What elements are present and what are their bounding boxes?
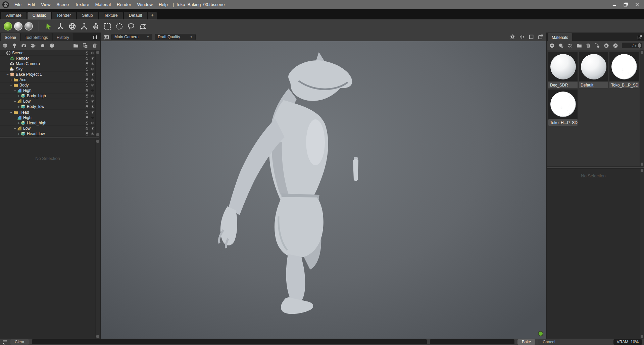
clear-button[interactable]: Clear (10, 339, 29, 345)
eye-visibility-icon[interactable] (90, 56, 95, 60)
lock-icon[interactable] (84, 105, 90, 109)
eye-visibility-icon[interactable] (90, 78, 95, 82)
expander-toggle[interactable]: − (13, 99, 17, 103)
material-properties-scrollbar[interactable] (640, 169, 644, 339)
material-item[interactable]: Toko_H...P_SDR (548, 90, 578, 126)
scene-create-icon[interactable] (40, 43, 45, 48)
scene-manage-icon[interactable] (83, 43, 88, 48)
scene-create-icon[interactable] (31, 43, 36, 48)
scene-manage-icon[interactable] (92, 43, 97, 48)
menu-item[interactable]: Scene (53, 1, 72, 8)
shading-sphere-button[interactable] (4, 22, 12, 31)
panel-tab[interactable]: Tool Settings (21, 33, 52, 41)
material-tool-icon[interactable] (577, 43, 582, 48)
eye-visibility-icon[interactable] (90, 126, 95, 130)
tool-button[interactable] (102, 21, 113, 32)
scene-create-icon[interactable] (2, 43, 8, 48)
eye-visibility-icon[interactable] (90, 72, 95, 76)
eye-visibility-icon[interactable] (90, 121, 95, 125)
lock-icon[interactable] (84, 132, 90, 136)
viewport-header-tool-icon[interactable] (538, 34, 543, 40)
material-tool-icon[interactable] (604, 43, 609, 48)
menu-item[interactable]: Edit (24, 1, 38, 8)
expander-toggle[interactable]: − (6, 72, 9, 76)
material-tool-icon[interactable] (567, 43, 573, 48)
material-thumbnail[interactable] (548, 52, 578, 81)
menu-item[interactable]: File (11, 1, 24, 8)
tree-row[interactable]: − Low (0, 126, 95, 131)
tool-button[interactable] (79, 21, 89, 32)
material-item[interactable]: Toko_B...P_SDR (609, 52, 639, 88)
tree-row[interactable]: Render (0, 56, 95, 61)
console-log-icon[interactable] (2, 339, 7, 345)
window-control-button[interactable] (608, 0, 620, 9)
lock-icon[interactable] (84, 94, 90, 98)
menu-item[interactable]: Material (92, 1, 114, 8)
scene-create-icon[interactable] (21, 43, 27, 48)
eye-visibility-icon[interactable] (90, 62, 95, 66)
panel-tab-materials[interactable]: Materials (548, 33, 572, 41)
shading-sphere-button[interactable] (14, 22, 22, 31)
eye-visibility-icon[interactable] (90, 105, 95, 109)
quality-select-dropdown[interactable]: Draft Quality ▼ (155, 34, 196, 40)
menu-item[interactable]: Texture (72, 1, 92, 8)
tree-row[interactable]: + Head_high (0, 120, 95, 126)
lock-icon[interactable] (84, 62, 90, 66)
workspace-tab[interactable]: Animate (1, 12, 27, 19)
materials-scrollbar[interactable] (640, 50, 644, 166)
tool-button[interactable] (55, 21, 66, 32)
shading-sphere-button[interactable] (24, 22, 33, 31)
material-thumbnail[interactable] (609, 52, 639, 81)
eye-visibility-icon[interactable] (90, 94, 95, 98)
scene-manage-icon[interactable] (73, 43, 79, 48)
tree-row[interactable]: + Body_low (0, 104, 95, 110)
expander-toggle[interactable]: − (9, 110, 13, 114)
panel-tab[interactable]: Scene (1, 33, 20, 41)
lock-icon[interactable] (84, 121, 90, 125)
viewport-header-tool-icon[interactable] (529, 34, 534, 40)
tool-button[interactable] (91, 21, 101, 32)
expander-toggle[interactable]: + (17, 121, 20, 125)
material-tool-icon[interactable] (558, 43, 564, 48)
eye-visibility-icon[interactable] (90, 89, 95, 93)
tree-row[interactable]: − Body (0, 83, 95, 88)
tool-button[interactable] (138, 21, 148, 32)
material-thumbnail[interactable] (579, 52, 608, 81)
expander-toggle[interactable]: + (17, 105, 20, 109)
expander-toggle[interactable]: − (13, 89, 17, 93)
tree-row[interactable]: Sky (0, 66, 95, 72)
tree-row[interactable]: + Head_low (0, 131, 95, 136)
eye-visibility-icon[interactable] (90, 51, 95, 55)
workspace-tab[interactable]: Default (124, 12, 147, 19)
lock-icon[interactable] (84, 51, 90, 55)
tree-scrollbar[interactable] (95, 50, 100, 137)
tool-button[interactable] (126, 21, 136, 32)
lock-icon[interactable] (84, 126, 90, 130)
panel-tab[interactable]: History (53, 33, 73, 41)
material-tool-icon[interactable] (595, 43, 600, 48)
tree-row[interactable]: − Head (0, 110, 95, 115)
tree-row[interactable]: + Acc (0, 77, 95, 82)
cancel-button[interactable]: Cancel (538, 339, 559, 345)
tree-row[interactable]: − Bake Project 1 (0, 72, 95, 77)
tool-button[interactable] (44, 21, 54, 32)
expander-toggle[interactable]: + (9, 78, 13, 82)
menu-item[interactable]: Render (114, 1, 134, 8)
expander-toggle[interactable]: + (17, 132, 20, 136)
lock-icon[interactable] (84, 116, 90, 120)
tree-row[interactable]: Main Camera (0, 61, 95, 66)
lock-icon[interactable] (84, 110, 90, 114)
expander-toggle[interactable]: − (13, 116, 17, 120)
tree-row[interactable]: − Scene (0, 50, 95, 56)
lock-icon[interactable] (84, 99, 90, 103)
eye-visibility-icon[interactable] (90, 99, 95, 103)
material-tool-icon[interactable] (586, 43, 591, 48)
material-thumbnail-size-slider[interactable]: - / + (622, 43, 642, 48)
lock-icon[interactable] (84, 78, 90, 82)
workspace-tab[interactable]: Render (52, 12, 76, 19)
scene-create-icon[interactable] (12, 43, 17, 48)
workspace-tab[interactable]: Texture (99, 12, 123, 19)
popout-icon[interactable] (636, 33, 643, 41)
material-item[interactable]: Dec_SDR (548, 52, 578, 88)
material-tool-icon[interactable] (613, 43, 618, 48)
